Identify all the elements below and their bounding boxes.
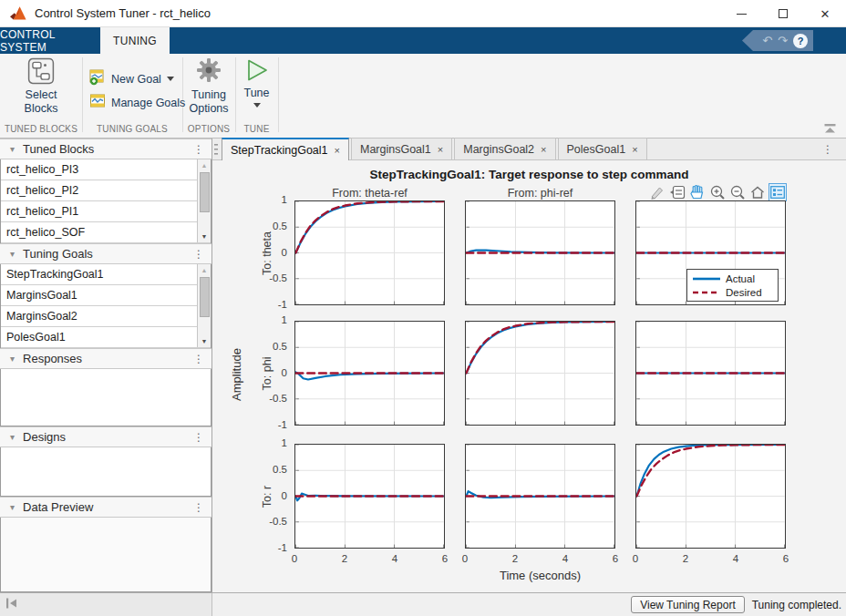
kebab-menu-icon[interactable]: ⋮ — [193, 432, 204, 443]
legend-toggle-icon[interactable] — [769, 183, 787, 201]
zoom-out-icon[interactable] — [728, 183, 747, 201]
panel-header-responses[interactable]: ▾ Responses ⋮ — [0, 348, 212, 369]
subplot-r3c1[interactable] — [294, 444, 445, 549]
minimize-button[interactable] — [720, 0, 762, 27]
close-button[interactable]: ✕ — [804, 0, 846, 27]
manage-goals-label: Manage Goals — [111, 97, 185, 109]
panel-header-data-preview[interactable]: ▾ Data Preview ⋮ — [0, 497, 212, 518]
select-blocks-button[interactable]: Select Blocks — [5, 57, 77, 121]
list-item[interactable]: StepTrackingGoal1 — [1, 264, 211, 285]
subplot-r2c3[interactable] — [635, 321, 786, 426]
panel-title: Designs — [23, 430, 66, 444]
doc-tab-polesgoal1[interactable]: PolesGoal1 × — [558, 138, 647, 159]
new-goal-button[interactable]: New Goal — [89, 69, 174, 88]
panel-header-tuning-goals[interactable]: ▾ Tuning Goals ⋮ — [0, 243, 212, 264]
scrollbar-thumb[interactable] — [200, 277, 210, 317]
select-blocks-label-line2: Blocks — [25, 102, 58, 115]
tab-bar-kebab-icon[interactable]: ⋮ — [822, 144, 833, 155]
tab-control-system[interactable]: CONTROL SYSTEM — [0, 27, 100, 54]
doc-tab-marginsgoal2[interactable]: MarginsGoal2 × — [454, 138, 555, 159]
scroll-down-icon[interactable]: ▼ — [198, 231, 211, 242]
panel-header-tuned-blocks[interactable]: ▾ Tuned Blocks ⋮ — [0, 139, 212, 159]
view-tuning-report-button[interactable]: View Tuning Report — [631, 596, 745, 613]
plot-legend[interactable]: Actual Desired — [686, 269, 779, 302]
close-icon: ✕ — [820, 8, 831, 20]
y-tick-label: -0.5 — [245, 393, 287, 404]
manage-goals-icon — [89, 93, 106, 113]
scroll-up-icon[interactable]: ▲ — [198, 159, 211, 171]
doc-tab-label: MarginsGoal2 — [463, 143, 534, 156]
list-item[interactable]: rct_helico_SOF — [1, 222, 211, 243]
scroll-up-icon[interactable]: ▲ — [198, 264, 211, 276]
home-restore-view-icon[interactable] — [748, 183, 767, 201]
y-axis-label: Amplitude — [230, 348, 243, 401]
manage-goals-button[interactable]: Manage Goals — [89, 93, 185, 112]
tab-tuning[interactable]: TUNING — [100, 27, 170, 54]
redo-icon[interactable]: ↷ — [778, 35, 788, 46]
list-item[interactable]: rct_helico_PI1 — [1, 201, 211, 222]
section-divider — [235, 57, 236, 132]
scrollbar[interactable]: ▲ ▼ — [197, 159, 211, 242]
pan-icon[interactable] — [688, 183, 707, 201]
subplot-r3c3[interactable] — [635, 444, 786, 549]
edit-plot-icon[interactable] — [648, 183, 666, 201]
x-tick-label: 6 — [436, 553, 454, 564]
toolstrip-tab-bar: CONTROL SYSTEM TUNING ↶ ↷ ? — [0, 27, 846, 54]
kebab-menu-icon[interactable]: ⋮ — [193, 502, 204, 513]
list-item[interactable]: rct_helico_PI2 — [1, 180, 211, 201]
tune-play-icon — [244, 57, 270, 87]
y-tick-label: 0 — [245, 247, 287, 258]
x-tick-label: 6 — [606, 553, 624, 564]
tuning-options-button[interactable]: Tuning Options — [185, 57, 232, 121]
section-divider — [82, 57, 83, 132]
panel-header-designs[interactable]: ▾ Designs ⋮ — [0, 426, 212, 447]
section-label-tuned-blocks: TUNED BLOCKS — [0, 124, 82, 134]
x-axis-label: Time (seconds) — [294, 569, 786, 582]
subplot-r1c2[interactable] — [465, 200, 615, 305]
subplot-r1c1[interactable] — [294, 200, 445, 305]
y-tick-label: -1 — [245, 299, 287, 310]
y-tick-label: 1 — [245, 314, 287, 325]
kebab-menu-icon[interactable]: ⋮ — [193, 144, 204, 155]
y-tick-label: -1 — [245, 419, 287, 430]
splitter-grip-icon[interactable] — [214, 143, 219, 160]
tab-close-icon[interactable]: × — [438, 144, 443, 155]
section-label-tune: TUNE — [235, 124, 278, 134]
list-item[interactable]: MarginsGoal1 — [1, 285, 211, 306]
sidebar: ▾ Tuned Blocks ⋮ rct_helico_PI3 rct_heli… — [0, 139, 212, 592]
document-tab-bar: StepTrackingGoal1 × MarginsGoal1 × Margi… — [212, 139, 846, 160]
doc-tab-steptrackinggoal1[interactable]: StepTrackingGoal1 × — [222, 138, 349, 160]
collapse-triangle-icon: ▾ — [10, 502, 15, 512]
window-title: Control System Tuner - rct_helico — [35, 6, 211, 20]
tab-close-icon[interactable]: × — [541, 144, 546, 155]
list-item[interactable]: MarginsGoal2 — [1, 306, 211, 327]
kebab-menu-icon[interactable]: ⋮ — [193, 354, 204, 364]
legend-entry-desired: Desired — [692, 287, 773, 298]
subplot-r3c2[interactable] — [465, 444, 615, 549]
collapse-ribbon-icon[interactable] — [823, 121, 837, 138]
gear-icon — [196, 57, 222, 87]
subplot-r2c1[interactable] — [294, 321, 445, 426]
list-item[interactable]: PolesGoal1 — [1, 327, 211, 348]
zoom-in-icon[interactable] — [708, 183, 727, 201]
kebab-menu-icon[interactable]: ⋮ — [193, 249, 204, 260]
designs-empty-area — [0, 447, 212, 497]
list-item[interactable]: rct_helico_PI3 — [1, 159, 211, 180]
subplot-r2c2[interactable] — [465, 321, 615, 426]
help-button[interactable]: ? — [793, 34, 808, 48]
scrollbar[interactable]: ▲ ▼ — [197, 264, 211, 347]
scrollbar-thumb[interactable] — [200, 172, 210, 212]
doc-tab-marginsgoal1[interactable]: MarginsGoal1 × — [351, 138, 452, 159]
datatip-icon[interactable] — [668, 183, 686, 201]
scroll-down-icon[interactable]: ▼ — [198, 335, 211, 347]
maximize-icon — [779, 9, 788, 18]
maximize-button[interactable] — [762, 0, 804, 27]
x-tick-label: 0 — [456, 553, 474, 564]
undo-icon[interactable]: ↶ — [762, 35, 772, 46]
collapse-sidebar-icon[interactable] — [5, 596, 19, 614]
y-tick-label: 0 — [245, 490, 287, 501]
y-tick-label: 1 — [245, 437, 287, 448]
tab-close-icon[interactable]: × — [632, 144, 637, 155]
tune-button[interactable]: Tune — [237, 57, 276, 121]
tab-close-icon[interactable]: × — [335, 145, 340, 156]
